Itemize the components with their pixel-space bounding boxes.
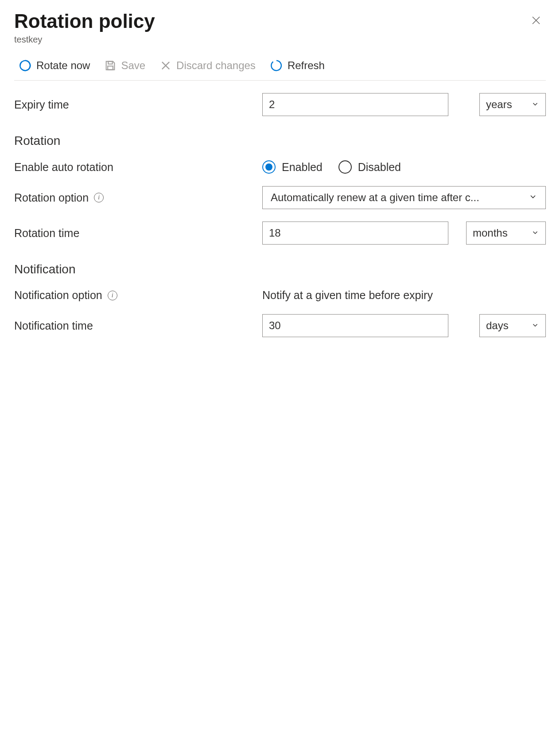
- chevron-down-icon: [531, 319, 539, 332]
- close-button[interactable]: [526, 11, 546, 31]
- expiry-unit-value: years: [486, 98, 512, 111]
- notification-time-unit-select[interactable]: days: [479, 314, 546, 337]
- rotation-time-label: Rotation time: [14, 227, 253, 240]
- rotation-time-unit-select[interactable]: months: [466, 222, 546, 245]
- refresh-button[interactable]: Refresh: [270, 59, 325, 72]
- page-title: Rotation policy: [14, 11, 155, 32]
- radio-enabled[interactable]: Enabled: [262, 160, 323, 174]
- radio-enabled-circle: [262, 160, 276, 174]
- notification-option-label-text: Notification option: [14, 289, 102, 302]
- expiry-time-input[interactable]: [262, 93, 448, 116]
- rotate-now-label: Rotate now: [36, 59, 90, 72]
- notification-time-unit-value: days: [486, 319, 509, 332]
- rotation-option-value: Automatically renew at a given time afte…: [271, 191, 479, 204]
- enable-auto-rotation-label: Enable auto rotation: [14, 161, 253, 174]
- radio-enabled-label: Enabled: [282, 161, 323, 174]
- notification-section-header: Notification: [14, 262, 546, 276]
- rotation-time-input[interactable]: [262, 222, 448, 245]
- refresh-icon: [270, 59, 283, 72]
- radio-disabled-circle: [338, 160, 352, 174]
- page-subtitle: testkey: [14, 35, 155, 45]
- close-icon: [531, 20, 541, 27]
- radio-disabled[interactable]: Disabled: [338, 160, 401, 174]
- expiry-time-label: Expiry time: [14, 98, 253, 111]
- info-icon[interactable]: i: [108, 291, 117, 300]
- notification-option-label: Notification option i: [14, 289, 253, 302]
- expiry-unit-select[interactable]: years: [479, 93, 546, 116]
- notification-time-label: Notification time: [14, 319, 253, 332]
- refresh-label: Refresh: [288, 59, 325, 72]
- radio-disabled-label: Disabled: [358, 161, 401, 174]
- svg-rect-3: [108, 66, 113, 70]
- toolbar: Rotate now Save Discard changes Refresh: [14, 48, 546, 81]
- discard-label: Discard changes: [176, 59, 256, 72]
- notification-time-input[interactable]: [262, 314, 448, 337]
- rotation-section-header: Rotation: [14, 134, 546, 148]
- chevron-down-icon: [531, 98, 539, 111]
- chevron-down-icon: [529, 191, 537, 204]
- chevron-down-icon: [531, 227, 539, 239]
- rotation-time-unit-value: months: [473, 227, 508, 239]
- auto-rotation-radio-group: Enabled Disabled: [262, 160, 401, 174]
- save-label: Save: [121, 59, 145, 72]
- save-icon: [104, 59, 117, 72]
- rotate-icon: [19, 59, 32, 72]
- info-icon[interactable]: i: [94, 193, 104, 202]
- notification-option-value: Notify at a given time before expiry: [262, 289, 433, 302]
- rotation-option-label-text: Rotation option: [14, 191, 89, 204]
- discard-button: Discard changes: [159, 59, 256, 72]
- rotation-option-label: Rotation option i: [14, 191, 253, 204]
- rotate-now-button[interactable]: Rotate now: [19, 59, 90, 72]
- save-button: Save: [104, 59, 145, 72]
- discard-icon: [159, 59, 172, 72]
- svg-rect-2: [109, 62, 113, 64]
- rotation-option-select[interactable]: Automatically renew at a given time afte…: [262, 186, 546, 209]
